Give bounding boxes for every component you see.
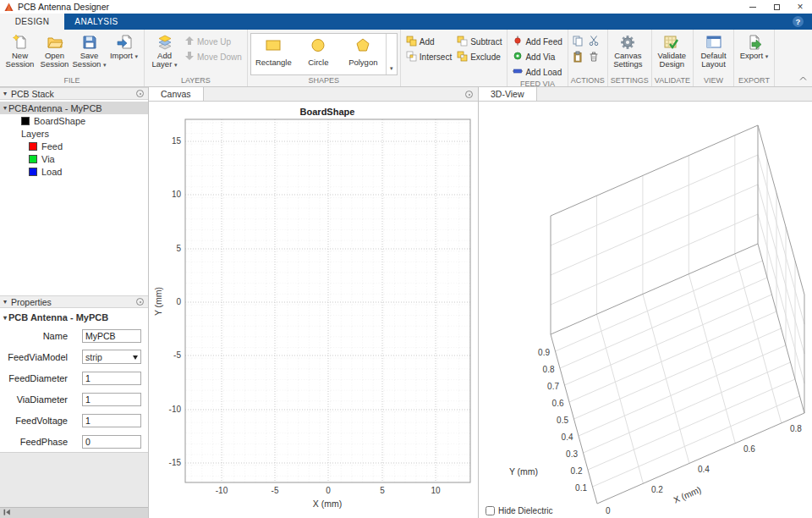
y-tick-label: -5 xyxy=(173,350,181,360)
save-session-button[interactable]: Save Session ▾ xyxy=(72,31,107,69)
open-session-icon xyxy=(47,33,63,52)
copy-icon xyxy=(572,35,584,48)
tree-item-boardshape[interactable]: BoardShape xyxy=(0,114,148,127)
default-layout-icon xyxy=(705,33,722,52)
rectangle-shape-button[interactable]: Rectangle xyxy=(251,34,296,74)
board-shape-plot[interactable]: BoardShape -10 -5 0 5 10 15 10 5 0 -5 -1… xyxy=(149,102,478,518)
x-axis-label: X (mm) xyxy=(313,499,342,509)
plot-title: BoardShape xyxy=(300,107,355,117)
rectangle-icon xyxy=(265,37,282,56)
feedphase-field[interactable] xyxy=(82,435,141,449)
collapse-triangle-icon: ▾ xyxy=(3,298,7,306)
paste-button[interactable] xyxy=(571,51,584,64)
boolean-add-button[interactable]: Add xyxy=(403,34,454,49)
tab-design[interactable]: DESIGN xyxy=(0,14,64,30)
pcb-stack-options-icon[interactable] xyxy=(136,90,144,97)
name-field[interactable] xyxy=(82,329,141,343)
circle-shape-button[interactable]: Circle xyxy=(296,34,341,74)
boolean-exclude-label: Exclude xyxy=(470,52,501,62)
gear-icon xyxy=(619,33,636,52)
ribbon-section-shapes: Rectangle Circle Polygon ▾ SHAPES xyxy=(248,30,401,86)
export-icon xyxy=(746,33,763,52)
properties-title: Properties xyxy=(11,297,52,307)
add-layer-button[interactable]: Add Layer ▾ xyxy=(147,31,182,69)
x-tick-label: -10 xyxy=(216,486,228,495)
polygon-shape-button[interactable]: Polygon xyxy=(341,34,386,74)
ribbon-section-feed-via: Add Feed Add Via Add Load FEED VIA xyxy=(508,30,568,86)
x3d-tick-label: 0.4 xyxy=(698,465,710,474)
import-label: Import xyxy=(110,51,133,60)
export-label: Export xyxy=(740,51,763,60)
dock-left-icon[interactable] xyxy=(3,508,11,518)
open-session-label: Open Session xyxy=(41,51,69,69)
properties-header[interactable]: ▾ Properties xyxy=(0,295,148,308)
ribbon-section-boolean: Add Intersect Subtract Exclude xyxy=(401,30,508,86)
default-layout-button[interactable]: Default Layout xyxy=(696,31,731,69)
move-down-button[interactable]: Move Down xyxy=(182,49,244,64)
move-up-button[interactable]: Move Up xyxy=(182,34,244,49)
boardshape-color-swatch xyxy=(21,117,30,125)
new-session-button[interactable]: New Session xyxy=(3,31,37,69)
add-layer-icon xyxy=(156,33,173,52)
add-via-button[interactable]: Add Via xyxy=(510,49,564,64)
y-tick-label: 0 xyxy=(176,297,181,306)
ribbon-section-actions: ACTIONS xyxy=(568,30,608,86)
validate-design-button[interactable]: Validate Design xyxy=(655,31,689,69)
boolean-intersect-button[interactable]: Intersect xyxy=(403,49,454,64)
viadiameter-field[interactable] xyxy=(82,393,141,406)
canvas-options-icon[interactable] xyxy=(465,91,473,98)
export-button[interactable]: Export ▾ xyxy=(737,31,771,61)
hide-dielectric-checkbox[interactable] xyxy=(486,506,495,515)
pcb-stack-header[interactable]: ▾ PCB Stack xyxy=(0,87,148,100)
feedvoltage-field[interactable] xyxy=(82,414,141,427)
tree-item-pcbantenna[interactable]: ▾ PCBAntenna - MyPCB xyxy=(0,102,148,114)
properties-group-header[interactable]: ▾ PCB Antenna - MyPCB xyxy=(0,310,148,325)
maximize-button[interactable] xyxy=(765,0,788,14)
properties-options-icon[interactable] xyxy=(136,298,144,306)
feeddiameter-field[interactable] xyxy=(82,372,141,385)
tree-item-load[interactable]: Load xyxy=(0,165,148,178)
properties-group-label: PCB Antenna - MyPCB xyxy=(8,312,108,322)
canvas-settings-button[interactable]: Canvas Settings xyxy=(611,31,645,69)
y-tick-label: 15 xyxy=(172,136,182,146)
boolean-exclude-button[interactable]: Exclude xyxy=(454,49,504,64)
tree-item-feed[interactable]: Feed xyxy=(0,140,148,152)
tab-canvas[interactable]: Canvas xyxy=(149,87,204,101)
default-layout-label: Default Layout xyxy=(700,51,726,69)
boolean-subtract-button[interactable]: Subtract xyxy=(454,34,504,49)
add-load-icon xyxy=(513,66,523,78)
properties-panel: ▾ PCB Antenna - MyPCB Name FeedViaModel … xyxy=(0,308,148,452)
board-shape-plot-area[interactable]: BoardShape -10 -5 0 5 10 15 10 5 0 -5 -1… xyxy=(149,102,478,518)
section-label-shapes: SHAPES xyxy=(250,76,398,86)
ribbon-section-validate: Validate Design VALIDATE xyxy=(652,30,694,86)
delete-button[interactable] xyxy=(587,51,601,64)
boolean-intersect-icon xyxy=(406,51,417,63)
view3d-plot-area[interactable]: 0.1 0.2 0.3 0.4 0.5 0.6 0.7 0.8 0.9 0 0.… xyxy=(479,102,812,518)
y3d-tick-label: 0.2 xyxy=(571,466,583,476)
circle-label: Circle xyxy=(308,58,328,67)
feed-color-swatch xyxy=(29,142,37,151)
import-button[interactable]: Import ▾ xyxy=(107,31,141,61)
feedvoltage-label: FeedVoltage xyxy=(0,416,68,426)
gallery-expand-button[interactable]: ▾ xyxy=(386,34,397,74)
tab-analysis[interactable]: ANALYSIS xyxy=(64,14,129,30)
viadiameter-label: ViaDiameter xyxy=(0,394,68,405)
tree-item-via-label: Via xyxy=(41,154,55,164)
help-button[interactable]: ? xyxy=(793,16,804,27)
minimize-button[interactable] xyxy=(741,0,765,14)
view3d-plot[interactable]: 0.1 0.2 0.3 0.4 0.5 0.6 0.7 0.8 0.9 0 0.… xyxy=(479,102,811,518)
add-load-button[interactable]: Add Load xyxy=(510,64,564,80)
tree-item-via[interactable]: Via xyxy=(0,152,148,165)
feedviamodel-select[interactable]: strip xyxy=(82,350,141,364)
tree-item-layers[interactable]: Layers xyxy=(0,127,148,140)
add-feed-button[interactable]: Add Feed xyxy=(510,34,564,49)
window-controls: × xyxy=(741,0,812,14)
cut-button[interactable] xyxy=(587,35,601,48)
copy-button[interactable] xyxy=(571,35,584,48)
tab-3d-view[interactable]: 3D-View xyxy=(479,87,537,101)
open-session-button[interactable]: Open Session xyxy=(37,31,72,69)
tree-item-root-label: PCBAntenna - MyPCB xyxy=(8,103,102,113)
close-button[interactable]: × xyxy=(788,0,812,14)
collapse-ribbon-button[interactable] xyxy=(799,73,807,83)
y3d-tick-label: 0.3 xyxy=(566,449,578,459)
